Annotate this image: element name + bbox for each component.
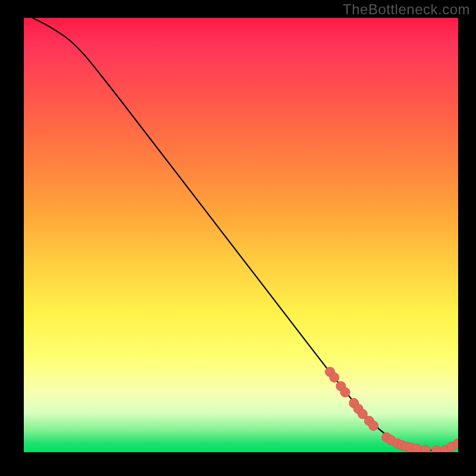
watermark-text: TheBottleneck.com: [343, 1, 470, 18]
data-point: [330, 372, 339, 382]
chart-frame: TheBottleneck.com: [0, 0, 476, 476]
data-point: [421, 445, 430, 452]
data-point: [412, 444, 422, 452]
data-point: [340, 387, 350, 397]
chart-overlay: [24, 18, 458, 452]
marker-group: [325, 367, 458, 452]
plot-area: [24, 18, 458, 452]
data-point: [369, 421, 378, 431]
bottleneck-curve: [33, 18, 458, 450]
data-point: [432, 446, 441, 452]
